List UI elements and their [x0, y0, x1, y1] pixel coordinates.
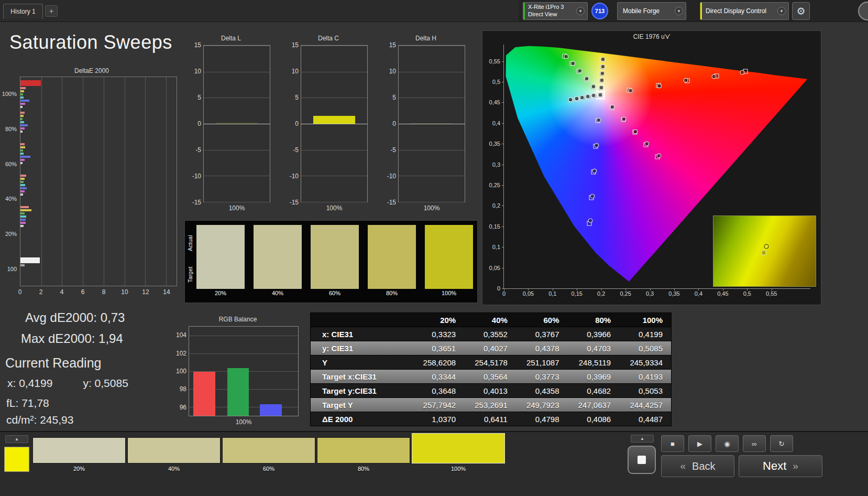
- grid-line: [204, 98, 270, 98]
- source-dropdown[interactable]: Mobile Forge ▼: [617, 2, 686, 20]
- delta-l-chart: Delta L 100% 151050-5-10-15: [184, 35, 278, 217]
- axis-tick-label: 10: [379, 68, 396, 75]
- grid-line: [399, 202, 465, 202]
- cell-value: 0,3966: [568, 327, 620, 341]
- axis-tick-label: 6: [81, 288, 85, 296]
- axis-tick-label: 0,15: [489, 223, 500, 230]
- up-arrow-icon: ▲: [15, 437, 19, 441]
- axis-tick-label: 0: [18, 288, 22, 296]
- bar: [20, 181, 24, 183]
- axis-tick-label: 96: [173, 404, 186, 411]
- axis-tick-label: -10: [379, 172, 396, 180]
- stop-button[interactable]: ■: [661, 435, 684, 452]
- table-row: x: CIE310,33230,35520,37670,39660,4199: [311, 327, 672, 341]
- axis-tick-label: 0,2: [492, 202, 500, 209]
- grid-line: [104, 77, 104, 286]
- meter-count-badge[interactable]: 713: [591, 3, 608, 19]
- green-bar: [227, 368, 249, 416]
- avg-de2000: Avg dE2000: 0,73: [25, 310, 171, 325]
- grid-line: [301, 124, 367, 124]
- cie-measured-marker: [740, 70, 745, 74]
- cie-1976-panel: CIE 1976 u'v' 000,050,050,10,10,150,150,…: [482, 30, 821, 305]
- stop-measurement-button[interactable]: [628, 446, 656, 474]
- next-button[interactable]: Next »: [739, 455, 822, 477]
- axis-tick-label: -5: [184, 146, 201, 154]
- cie-zoom-inset: [713, 215, 816, 287]
- axis-tick-label: 12: [142, 288, 149, 296]
- bar: [20, 257, 40, 263]
- cie-measured-marker: [591, 84, 596, 89]
- bar: [20, 112, 25, 114]
- history-tab[interactable]: History 1: [3, 4, 43, 19]
- axis-tick-label: 5: [282, 94, 299, 101]
- bar: [20, 131, 23, 133]
- expand-panel-button[interactable]: ▲: [5, 435, 28, 443]
- refresh-button[interactable]: ↻: [770, 435, 793, 452]
- axis-tick-label: 100: [173, 368, 186, 375]
- bar: [20, 178, 25, 180]
- play-button[interactable]: ▶: [688, 435, 711, 452]
- cell-value: 253,2691: [464, 398, 516, 412]
- cie-measured-marker: [600, 71, 605, 76]
- grid-line: [204, 176, 270, 176]
- control-dropdown[interactable]: Direct Display Control ▼: [700, 2, 789, 20]
- deltae-plot-area: [20, 77, 177, 286]
- axis-tick-label: 60%: [4, 146, 18, 181]
- axis-tick-label: 100%: [301, 204, 368, 212]
- row-label: Target Y: [311, 398, 413, 412]
- add-tab-button[interactable]: +: [45, 5, 58, 17]
- saturation-swatch-button[interactable]: 100%: [412, 437, 505, 473]
- axis-tick-label: 2: [39, 288, 43, 296]
- axis-tick-label: 0,35: [668, 290, 679, 297]
- chevron-down-icon[interactable]: ▼: [777, 7, 786, 15]
- saturation-swatch-button[interactable]: 80%: [317, 437, 410, 473]
- swatch-label: 60%: [222, 463, 315, 473]
- grid-line: [301, 202, 367, 202]
- axis-tick: [502, 268, 504, 268]
- swatch-color: [127, 437, 221, 463]
- swatch-color: [317, 437, 410, 463]
- bar: [20, 264, 25, 266]
- column-header: [311, 313, 413, 327]
- swatch-color: [222, 437, 315, 463]
- loop-button[interactable]: ∞: [743, 435, 766, 452]
- record-button[interactable]: ◉: [716, 435, 739, 452]
- bar: [20, 153, 24, 155]
- current-patch-swatch: [4, 447, 29, 472]
- inset-measured-marker: [764, 244, 769, 249]
- saturation-swatch-button[interactable]: 60%: [222, 437, 315, 473]
- meter-dropdown[interactable]: X-Rite i1Pro 3 Direct View ▼: [523, 2, 588, 20]
- grid-line: [204, 202, 270, 202]
- cie-measured-marker: [628, 88, 633, 93]
- axis-tick-label: -15: [282, 199, 299, 206]
- chevron-down-icon[interactable]: ▼: [675, 7, 683, 15]
- grid-line: [189, 353, 298, 354]
- axis-tick-label: 0: [502, 290, 506, 297]
- saturation-swatch-button[interactable]: 40%: [127, 437, 221, 473]
- current-cdm2: cd/m²: 245,93: [6, 414, 171, 426]
- axis-tick-label: -5: [282, 146, 299, 154]
- column-header: 80%: [568, 313, 620, 327]
- bar: [20, 124, 28, 126]
- bar-group: [20, 234, 177, 286]
- axis-tick-label: 0,35: [489, 141, 500, 147]
- settings-gear-button[interactable]: ⚙: [792, 2, 810, 20]
- grid-line: [204, 46, 270, 46]
- expand-panel-button[interactable]: ▲: [631, 435, 654, 443]
- axis-tick: [502, 61, 504, 62]
- stats-block: Avg dE2000: 0,73 Max dE2000: 1,94 Curren…: [4, 307, 171, 426]
- axis-tick-label: 15: [379, 41, 396, 49]
- cie-measured-marker: [564, 55, 569, 59]
- cie-measured-marker: [592, 168, 597, 173]
- chart-title: DeltaE 2000: [4, 67, 179, 76]
- chevron-down-icon[interactable]: ▼: [576, 7, 585, 15]
- axis-tick-label: 14: [163, 288, 170, 296]
- delta-c-plot-area: [301, 45, 368, 202]
- bar: [20, 159, 25, 161]
- back-button[interactable]: « Back: [661, 455, 734, 477]
- inset-target-marker: [761, 250, 766, 255]
- saturation-swatch: [425, 225, 473, 289]
- saturation-swatch-button[interactable]: 20%: [32, 437, 126, 473]
- source-label: Mobile Forge: [618, 7, 660, 15]
- table-header-row: 20%40%60%80%100%: [311, 313, 672, 327]
